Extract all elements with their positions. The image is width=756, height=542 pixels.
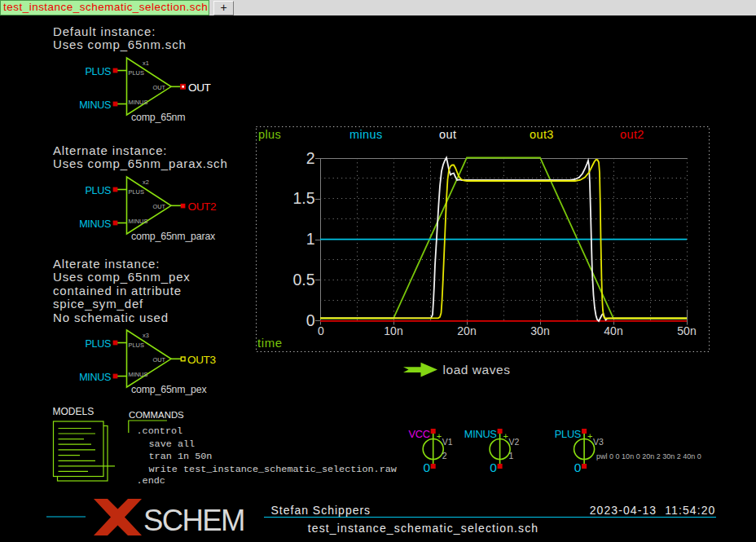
svg-text:0: 0 [490,460,497,474]
svg-text:MINUS: MINUS [79,218,111,230]
svg-text:tran 1n 50n: tran 1n 50n [149,451,213,462]
svg-text:comp_65nm_pex: comp_65nm_pex [131,384,207,395]
svg-text:2023-04-13 11:54:20: 2023-04-13 11:54:20 [590,504,716,517]
svg-text:comp_65nm: comp_65nm [131,112,185,123]
svg-text:0.5: 0.5 [292,271,314,289]
svg-text:40n: 40n [604,324,622,337]
svg-text:OUT2: OUT2 [188,200,217,213]
svg-text:OUT3: OUT3 [187,354,216,366]
svg-text:OUT: OUT [152,203,165,210]
svg-text:x2: x2 [143,178,149,186]
svg-text:PLUS: PLUS [86,66,112,77]
svg-text:0: 0 [574,460,582,474]
svg-text:+: + [503,431,508,441]
svg-text:+: + [437,431,442,441]
svg-text:PLUS: PLUS [129,188,144,196]
svg-text:out: out [439,128,456,141]
svg-text:50n: 50n [677,324,696,337]
svg-text:time: time [257,336,283,350]
svg-text:1.5: 1.5 [292,189,314,207]
svg-text:spice_sym_def: spice_sym_def [53,297,143,311]
svg-text:test_instance_schematic_select: test_instance_schematic_selection.sch [308,522,538,535]
svg-text:x3: x3 [143,332,149,339]
svg-text:No schematic used: No schematic used [53,311,169,324]
svg-text:Alterate instance:: Alterate instance: [53,257,160,271]
svg-text:10n: 10n [384,324,402,337]
svg-text:0: 0 [318,324,324,337]
svg-text:COMMANDS: COMMANDS [129,410,184,420]
svg-text:0: 0 [423,460,430,474]
svg-text:MINUS: MINUS [129,99,148,106]
svg-text:1: 1 [306,230,315,248]
svg-text:OUT: OUT [188,82,211,94]
svg-text:20n: 20n [457,324,476,337]
svg-text:minus: minus [349,128,383,141]
svg-text:2: 2 [442,451,447,460]
svg-text:2: 2 [306,149,315,167]
svg-text:MINUS: MINUS [464,428,497,440]
svg-text:MINUS: MINUS [129,218,148,225]
svg-text:.endc: .endc [137,475,165,487]
svg-text:.control: .control [137,425,183,437]
svg-text:SCHEM: SCHEM [143,504,244,537]
svg-text:Alternate instance:: Alternate instance: [53,143,167,157]
svg-text:PLUS: PLUS [86,338,112,350]
svg-text:PLUS: PLUS [86,185,112,196]
svg-text:+: + [587,431,592,441]
svg-text:MINUS: MINUS [79,372,111,383]
svg-text:out3: out3 [530,128,554,141]
svg-text:VCC: VCC [409,428,430,440]
svg-text:Stefan Schippers: Stefan Schippers [271,504,371,517]
svg-text:Uses comp_65nm.sch: Uses comp_65nm.sch [53,37,187,51]
svg-text:PLUS: PLUS [555,428,581,440]
svg-text:Uses comp_65nm_parax.sch: Uses comp_65nm_parax.sch [53,156,228,170]
svg-text:PLUS: PLUS [129,69,144,77]
svg-text:write test_instance_schematic_: write test_instance_schematic_selection.… [149,464,397,475]
svg-text:plus: plus [258,128,281,141]
svg-text:OUT: OUT [152,84,165,91]
svg-text:MODELS: MODELS [53,406,94,417]
svg-text:OUT: OUT [152,356,165,364]
svg-text:pwl 0 0 10n 0 20n 2 30n 2 40n: pwl 0 0 10n 0 20n 2 30n 2 40n 0 [596,452,701,460]
svg-text:1: 1 [509,451,514,460]
svg-text:PLUS: PLUS [129,342,144,349]
svg-text:0: 0 [306,311,315,329]
svg-text:MINUS: MINUS [79,99,111,111]
svg-text:MINUS: MINUS [129,371,148,378]
svg-text:out2: out2 [620,128,644,141]
svg-text:save all: save all [149,438,196,450]
svg-text:Uses comp_65nm_pex: Uses comp_65nm_pex [53,270,191,284]
svg-text:comp_65nm_parax: comp_65nm_parax [131,231,216,242]
svg-text:30n: 30n [530,324,549,337]
svg-text:x1: x1 [143,59,149,67]
svg-text:Default instance:: Default instance: [53,24,156,38]
svg-text:contained in attribute: contained in attribute [53,284,182,297]
svg-text:V3: V3 [593,437,604,447]
svg-text:load waves: load waves [443,363,511,377]
svg-text:V2: V2 [509,437,520,447]
svg-text:V1: V1 [442,437,453,447]
